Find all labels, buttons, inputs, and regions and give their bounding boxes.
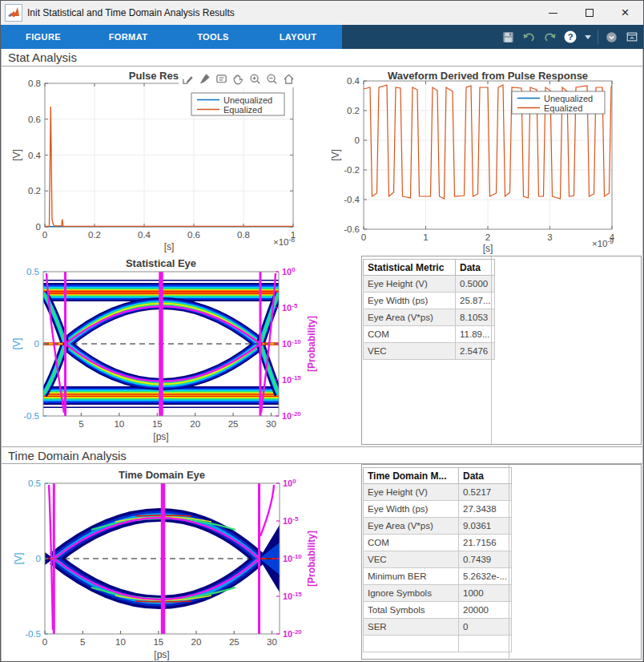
legend-label-unequalized: Unequalized [223,95,272,105]
x-axis-label: [s] [164,241,175,252]
svg-text:-0.5: -0.5 [25,629,41,639]
redo-button[interactable] [541,29,557,45]
minimize-icon [549,13,557,14]
svg-text:0.4: 0.4 [138,230,151,240]
svg-text:0: 0 [42,230,47,240]
x-tick-labels: 5 10 15 20 25 30 [78,419,276,429]
table-row: Eye Area (V*ps)9.0361 [364,518,512,535]
x-axis-multiplier: ×10-8 [273,236,295,247]
export-icon [181,72,195,86]
pulse-response-plot[interactable]: Pulse Response 0.8 0.6 0.4 0.2 0 0 0.2 0… [9,68,325,254]
table-row: COM21.7156 [364,535,512,551]
svg-text:2: 2 [485,232,490,242]
stat-metric-header: Statistical Metric [364,260,456,276]
undo-button[interactable] [521,29,537,45]
ribbon-toolbar: FIGURE FORMAT TOOLS LAYOUT [1,25,643,49]
tab-format[interactable]: FORMAT [86,25,171,49]
svg-text:-0.5: -0.5 [23,411,39,421]
table-row: Eye Height (V)0.5000 [364,276,495,293]
svg-text:10-15: 10-15 [282,374,301,385]
legend-label-unequalized: Unequalized [544,94,593,103]
table-row: Ignore Symbols1000 [364,585,512,602]
svg-text:0.4: 0.4 [28,151,42,160]
x-axis-label: [ps] [154,649,169,660]
brush-button[interactable] [197,71,212,87]
legend[interactable]: Unequalized Equalized [191,93,284,115]
svg-text:10-20: 10-20 [283,628,302,639]
plot-title: Waveform Derived from Pulse Response [388,70,588,82]
plot-title: Statistical Eye [126,257,196,269]
y-tick-labels: 0.5 0 -0.5 [25,478,41,639]
export-button[interactable] [180,71,195,87]
matlab-logo-icon[interactable] [5,4,22,22]
x-axis-label: [s] [483,243,493,254]
close-button[interactable]: × [607,1,643,25]
svg-text:10: 10 [114,419,124,429]
table-row: Eye Width (ps)25.87... [364,293,495,309]
y-tick-labels: 0.8 0.6 0.4 0.2 0 [28,79,42,232]
help-button[interactable]: ? [562,29,578,45]
chevron-down-icon [585,35,591,39]
datatip-icon [215,72,228,86]
probability-axis-label: [Probability] [306,531,317,587]
svg-text:20: 20 [190,419,200,429]
matlab-figure-window: { "window": { "title": "Init Statistical… [0,0,644,662]
window-controls: × [535,1,643,25]
x-tick-labels: 0 5 10 15 20 25 30 [42,637,277,647]
svg-text:10-5: 10-5 [283,515,299,526]
save-button[interactable] [500,29,516,45]
y-tick-labels: 0.4 0.2 0 -0.2 -0.4 -0.6 [344,76,360,234]
svg-text:25: 25 [229,637,239,647]
svg-text:0.8: 0.8 [28,79,41,88]
x-tick-labels: 0 1 2 3 4 [361,232,615,242]
tab-figure[interactable]: FIGURE [1,25,86,49]
time-domain-metrics-panel: Time Domain M... Data Eye Height (V)0.52… [361,464,642,660]
maximize-button[interactable] [571,1,607,25]
help-dropdown-button[interactable] [583,29,593,45]
svg-text:0.8: 0.8 [237,230,250,240]
datatip-button[interactable] [214,71,229,87]
quick-access-dropdown-button[interactable] [603,29,619,45]
brush-icon [198,72,211,86]
svg-text:0.2: 0.2 [347,106,360,115]
zoom-in-button[interactable] [248,71,263,87]
svg-text:0.4: 0.4 [347,76,360,86]
svg-text:0.5: 0.5 [26,267,39,277]
zoom-out-button[interactable] [264,71,280,87]
table-row: VEC0.7439 [364,551,512,568]
tab-layout[interactable]: LAYOUT [256,25,340,49]
svg-text:100: 100 [282,266,296,277]
save-icon [501,30,515,44]
statistical-eye-plot[interactable]: Statistical Eye [7,256,353,450]
data-header: Data [456,260,495,276]
svg-text:0.2: 0.2 [28,186,41,196]
svg-text:-0.6: -0.6 [344,224,360,234]
restore-view-button[interactable] [281,71,296,87]
svg-text:0: 0 [36,222,41,232]
help-icon: ? [563,30,578,44]
svg-text:10-10: 10-10 [283,553,302,563]
tab-tools[interactable]: TOOLS [171,25,256,49]
minimize-ribbon-button[interactable] [624,29,640,45]
minimize-button[interactable] [535,1,571,25]
svg-text:0: 0 [34,339,39,349]
svg-text:0.2: 0.2 [88,230,101,240]
waveform-plot[interactable]: Waveform Derived from Pulse Response 0.4… [328,68,644,254]
y-axis-label: [V] [13,553,24,565]
stat-metrics-table: Statistical Metric Data Eye Height (V)0.… [363,259,495,360]
svg-text:10-20: 10-20 [282,410,301,421]
table-row: Eye Width (ps)27.3438 [364,501,512,518]
svg-text:-0.2: -0.2 [344,165,360,175]
maximize-icon [586,9,594,17]
zoom-out-icon [265,72,279,86]
legend[interactable]: Unequalized Equalized [512,91,605,114]
table-row: Total Symbols20000 [364,602,512,619]
table-row: COM11.89... [364,326,495,343]
svg-text:30: 30 [266,419,276,429]
pan-button[interactable] [231,71,246,87]
svg-text:0.6: 0.6 [28,115,41,124]
svg-text:5: 5 [80,637,85,647]
time-domain-eye-plot[interactable]: Time Domain Eye 0.5 0 [7,466,353,662]
svg-text:3: 3 [547,232,552,242]
dropdown-circle-icon [606,31,618,43]
